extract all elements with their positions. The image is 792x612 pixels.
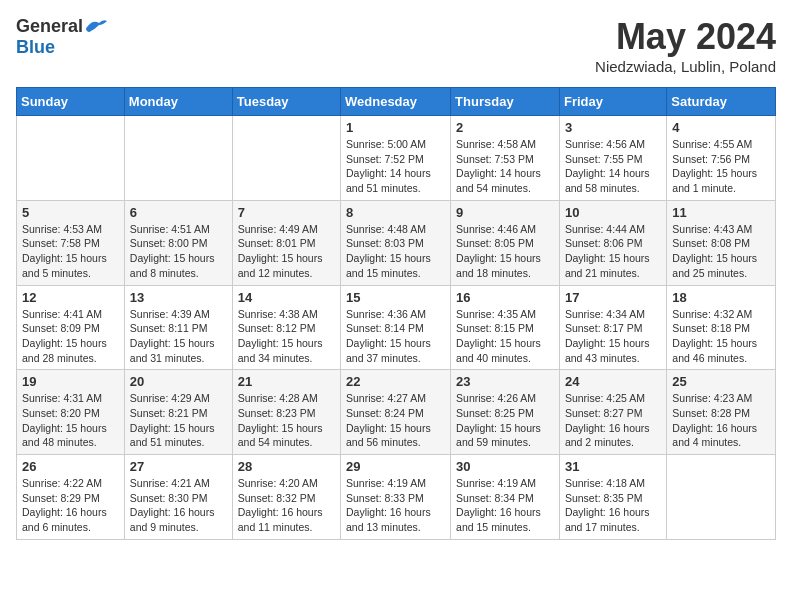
calendar-cell: 29Sunrise: 4:19 AMSunset: 8:33 PMDayligh… bbox=[341, 455, 451, 540]
calendar-cell: 9Sunrise: 4:46 AMSunset: 8:05 PMDaylight… bbox=[451, 200, 560, 285]
day-info: Sunrise: 4:55 AMSunset: 7:56 PMDaylight:… bbox=[672, 137, 770, 196]
calendar-cell: 11Sunrise: 4:43 AMSunset: 8:08 PMDayligh… bbox=[667, 200, 776, 285]
logo: General Blue bbox=[16, 16, 109, 58]
day-number: 21 bbox=[238, 374, 335, 389]
calendar-cell: 2Sunrise: 4:58 AMSunset: 7:53 PMDaylight… bbox=[451, 116, 560, 201]
day-number: 16 bbox=[456, 290, 554, 305]
calendar-header-sunday: Sunday bbox=[17, 88, 125, 116]
calendar-week-row: 12Sunrise: 4:41 AMSunset: 8:09 PMDayligh… bbox=[17, 285, 776, 370]
day-info: Sunrise: 4:29 AMSunset: 8:21 PMDaylight:… bbox=[130, 391, 227, 450]
day-number: 17 bbox=[565, 290, 661, 305]
calendar-week-row: 26Sunrise: 4:22 AMSunset: 8:29 PMDayligh… bbox=[17, 455, 776, 540]
calendar-header-row: SundayMondayTuesdayWednesdayThursdayFrid… bbox=[17, 88, 776, 116]
day-info: Sunrise: 4:28 AMSunset: 8:23 PMDaylight:… bbox=[238, 391, 335, 450]
day-number: 9 bbox=[456, 205, 554, 220]
day-number: 30 bbox=[456, 459, 554, 474]
day-number: 11 bbox=[672, 205, 770, 220]
day-number: 14 bbox=[238, 290, 335, 305]
day-info: Sunrise: 4:19 AMSunset: 8:33 PMDaylight:… bbox=[346, 476, 445, 535]
day-info: Sunrise: 4:27 AMSunset: 8:24 PMDaylight:… bbox=[346, 391, 445, 450]
calendar-cell: 15Sunrise: 4:36 AMSunset: 8:14 PMDayligh… bbox=[341, 285, 451, 370]
calendar-cell: 31Sunrise: 4:18 AMSunset: 8:35 PMDayligh… bbox=[559, 455, 666, 540]
day-info: Sunrise: 4:38 AMSunset: 8:12 PMDaylight:… bbox=[238, 307, 335, 366]
calendar-cell: 10Sunrise: 4:44 AMSunset: 8:06 PMDayligh… bbox=[559, 200, 666, 285]
day-info: Sunrise: 4:43 AMSunset: 8:08 PMDaylight:… bbox=[672, 222, 770, 281]
calendar-cell: 8Sunrise: 4:48 AMSunset: 8:03 PMDaylight… bbox=[341, 200, 451, 285]
calendar-cell: 1Sunrise: 5:00 AMSunset: 7:52 PMDaylight… bbox=[341, 116, 451, 201]
location: Niedzwiada, Lublin, Poland bbox=[595, 58, 776, 75]
day-info: Sunrise: 4:21 AMSunset: 8:30 PMDaylight:… bbox=[130, 476, 227, 535]
day-number: 31 bbox=[565, 459, 661, 474]
day-info: Sunrise: 4:26 AMSunset: 8:25 PMDaylight:… bbox=[456, 391, 554, 450]
logo-blue-text: Blue bbox=[16, 37, 55, 58]
calendar-cell: 20Sunrise: 4:29 AMSunset: 8:21 PMDayligh… bbox=[124, 370, 232, 455]
day-info: Sunrise: 4:41 AMSunset: 8:09 PMDaylight:… bbox=[22, 307, 119, 366]
day-number: 13 bbox=[130, 290, 227, 305]
day-info: Sunrise: 4:32 AMSunset: 8:18 PMDaylight:… bbox=[672, 307, 770, 366]
calendar-week-row: 5Sunrise: 4:53 AMSunset: 7:58 PMDaylight… bbox=[17, 200, 776, 285]
day-number: 23 bbox=[456, 374, 554, 389]
title-block: May 2024 Niedzwiada, Lublin, Poland bbox=[595, 16, 776, 75]
calendar-cell: 3Sunrise: 4:56 AMSunset: 7:55 PMDaylight… bbox=[559, 116, 666, 201]
calendar-cell: 18Sunrise: 4:32 AMSunset: 8:18 PMDayligh… bbox=[667, 285, 776, 370]
calendar-cell: 24Sunrise: 4:25 AMSunset: 8:27 PMDayligh… bbox=[559, 370, 666, 455]
calendar-cell: 28Sunrise: 4:20 AMSunset: 8:32 PMDayligh… bbox=[232, 455, 340, 540]
day-number: 2 bbox=[456, 120, 554, 135]
day-number: 19 bbox=[22, 374, 119, 389]
day-info: Sunrise: 4:53 AMSunset: 7:58 PMDaylight:… bbox=[22, 222, 119, 281]
calendar-header-thursday: Thursday bbox=[451, 88, 560, 116]
day-info: Sunrise: 4:22 AMSunset: 8:29 PMDaylight:… bbox=[22, 476, 119, 535]
logo-bird-icon bbox=[85, 17, 109, 37]
day-info: Sunrise: 4:48 AMSunset: 8:03 PMDaylight:… bbox=[346, 222, 445, 281]
day-number: 15 bbox=[346, 290, 445, 305]
day-number: 5 bbox=[22, 205, 119, 220]
calendar-cell: 16Sunrise: 4:35 AMSunset: 8:15 PMDayligh… bbox=[451, 285, 560, 370]
day-info: Sunrise: 4:51 AMSunset: 8:00 PMDaylight:… bbox=[130, 222, 227, 281]
calendar-week-row: 19Sunrise: 4:31 AMSunset: 8:20 PMDayligh… bbox=[17, 370, 776, 455]
day-info: Sunrise: 4:25 AMSunset: 8:27 PMDaylight:… bbox=[565, 391, 661, 450]
calendar-cell: 23Sunrise: 4:26 AMSunset: 8:25 PMDayligh… bbox=[451, 370, 560, 455]
calendar-header-tuesday: Tuesday bbox=[232, 88, 340, 116]
calendar-cell: 30Sunrise: 4:19 AMSunset: 8:34 PMDayligh… bbox=[451, 455, 560, 540]
day-info: Sunrise: 4:39 AMSunset: 8:11 PMDaylight:… bbox=[130, 307, 227, 366]
day-info: Sunrise: 4:56 AMSunset: 7:55 PMDaylight:… bbox=[565, 137, 661, 196]
day-info: Sunrise: 4:19 AMSunset: 8:34 PMDaylight:… bbox=[456, 476, 554, 535]
day-number: 27 bbox=[130, 459, 227, 474]
calendar-cell: 27Sunrise: 4:21 AMSunset: 8:30 PMDayligh… bbox=[124, 455, 232, 540]
day-info: Sunrise: 4:44 AMSunset: 8:06 PMDaylight:… bbox=[565, 222, 661, 281]
calendar-cell: 5Sunrise: 4:53 AMSunset: 7:58 PMDaylight… bbox=[17, 200, 125, 285]
day-number: 6 bbox=[130, 205, 227, 220]
calendar-cell: 19Sunrise: 4:31 AMSunset: 8:20 PMDayligh… bbox=[17, 370, 125, 455]
day-number: 18 bbox=[672, 290, 770, 305]
day-number: 3 bbox=[565, 120, 661, 135]
day-number: 1 bbox=[346, 120, 445, 135]
calendar-cell: 21Sunrise: 4:28 AMSunset: 8:23 PMDayligh… bbox=[232, 370, 340, 455]
day-number: 29 bbox=[346, 459, 445, 474]
day-number: 8 bbox=[346, 205, 445, 220]
day-info: Sunrise: 4:20 AMSunset: 8:32 PMDaylight:… bbox=[238, 476, 335, 535]
day-number: 20 bbox=[130, 374, 227, 389]
day-info: Sunrise: 4:18 AMSunset: 8:35 PMDaylight:… bbox=[565, 476, 661, 535]
calendar-cell: 6Sunrise: 4:51 AMSunset: 8:00 PMDaylight… bbox=[124, 200, 232, 285]
calendar-cell: 13Sunrise: 4:39 AMSunset: 8:11 PMDayligh… bbox=[124, 285, 232, 370]
day-info: Sunrise: 4:58 AMSunset: 7:53 PMDaylight:… bbox=[456, 137, 554, 196]
calendar-header-friday: Friday bbox=[559, 88, 666, 116]
day-number: 25 bbox=[672, 374, 770, 389]
day-number: 26 bbox=[22, 459, 119, 474]
calendar-week-row: 1Sunrise: 5:00 AMSunset: 7:52 PMDaylight… bbox=[17, 116, 776, 201]
calendar-cell bbox=[17, 116, 125, 201]
day-info: Sunrise: 4:46 AMSunset: 8:05 PMDaylight:… bbox=[456, 222, 554, 281]
calendar-header-wednesday: Wednesday bbox=[341, 88, 451, 116]
day-number: 22 bbox=[346, 374, 445, 389]
day-number: 12 bbox=[22, 290, 119, 305]
calendar-cell bbox=[232, 116, 340, 201]
calendar-cell: 7Sunrise: 4:49 AMSunset: 8:01 PMDaylight… bbox=[232, 200, 340, 285]
calendar-cell: 25Sunrise: 4:23 AMSunset: 8:28 PMDayligh… bbox=[667, 370, 776, 455]
calendar-cell: 17Sunrise: 4:34 AMSunset: 8:17 PMDayligh… bbox=[559, 285, 666, 370]
day-number: 7 bbox=[238, 205, 335, 220]
calendar-cell: 26Sunrise: 4:22 AMSunset: 8:29 PMDayligh… bbox=[17, 455, 125, 540]
day-info: Sunrise: 4:49 AMSunset: 8:01 PMDaylight:… bbox=[238, 222, 335, 281]
calendar-table: SundayMondayTuesdayWednesdayThursdayFrid… bbox=[16, 87, 776, 540]
day-info: Sunrise: 5:00 AMSunset: 7:52 PMDaylight:… bbox=[346, 137, 445, 196]
day-info: Sunrise: 4:34 AMSunset: 8:17 PMDaylight:… bbox=[565, 307, 661, 366]
